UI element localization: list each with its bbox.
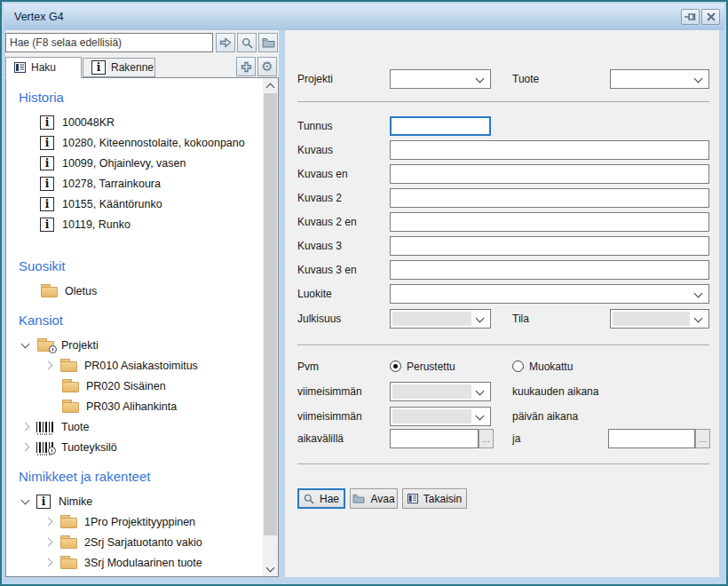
tab-haku-label: Haku: [31, 61, 56, 74]
chevron-down-icon[interactable]: [15, 493, 36, 511]
tree-item[interactable]: 10155, Kääntörunko: [6, 194, 264, 214]
panel-splitter[interactable]: [279, 30, 285, 577]
scroll-down-icon[interactable]: [263, 561, 278, 576]
tree-item[interactable]: Nimike: [6, 491, 264, 511]
tree-item[interactable]: 4Alv Alihankinta: [6, 573, 264, 577]
date-to-input[interactable]: [608, 429, 695, 448]
tila-select[interactable]: [610, 309, 709, 329]
go-button[interactable]: [216, 33, 235, 52]
tree-item[interactable]: Tuote: [6, 416, 264, 437]
luokite-select[interactable]: [390, 284, 709, 304]
pin-icon: [684, 12, 696, 22]
date-from-input[interactable]: [390, 429, 479, 448]
chevron-right-icon[interactable]: [38, 357, 59, 375]
navigation-tree-panel: Historia 100048KR 10280, Kiteennostolait…: [5, 77, 279, 577]
search-input[interactable]: [5, 33, 213, 52]
tree-item[interactable]: 10119, Runko: [6, 214, 264, 234]
add-button[interactable]: [236, 57, 256, 76]
julkisuus-select[interactable]: [390, 309, 491, 329]
tree-item-label[interactable]: Oletus: [65, 285, 97, 297]
scroll-up-icon[interactable]: [263, 78, 278, 93]
date-to-browse-button[interactable]: ...: [695, 429, 710, 448]
tree-scrollbar[interactable]: [263, 78, 278, 576]
tree-item[interactable]: 1Pro Projektityyppinen: [6, 511, 264, 532]
tree-item-label[interactable]: 10280, Kiteennostolaite, kokoonpano: [62, 137, 245, 149]
avaa-button[interactable]: Avaa: [350, 488, 398, 509]
tree-item[interactable]: PR010 Asiakastoimitus: [6, 355, 264, 376]
tree-item-label[interactable]: 10278, Tarrainkoura: [62, 178, 161, 190]
tree-item[interactable]: PR020 Sisäinen: [6, 376, 264, 396]
aikavalilla-label: aikavälillä: [297, 429, 344, 448]
tree-item-label[interactable]: 10155, Kääntörunko: [62, 198, 162, 210]
chevron-right-icon[interactable]: [38, 574, 59, 578]
projekti-label: Projekti: [297, 69, 333, 89]
tree-item-label[interactable]: 4Alv Alihankinta: [84, 577, 162, 578]
tree-item-label[interactable]: 100048KR: [62, 116, 115, 129]
tab-haku[interactable]: Haku: [5, 57, 82, 78]
tree-item[interactable]: 100048KR: [6, 112, 264, 132]
close-icon: [707, 12, 716, 21]
tunnus-input[interactable]: [390, 116, 491, 136]
kuvaus-en-label: Kuvaus en: [297, 164, 348, 184]
settings-button[interactable]: ⚙: [257, 57, 277, 76]
tree-item-label[interactable]: PR010 Asiakastoimitus: [84, 360, 198, 372]
tree-item-label[interactable]: Tuoteyksilö: [61, 441, 117, 454]
kuvaus2-en-input[interactable]: [390, 212, 709, 232]
tree-item-label[interactable]: 2Srj Sarjatuotanto vakio: [84, 536, 202, 549]
viimeisimman1-select[interactable]: [390, 382, 491, 401]
tree-item-label[interactable]: 3Srj Modulaarinen tuote: [84, 557, 202, 569]
tab-rakenne[interactable]: Rakenne: [83, 58, 155, 77]
hae-button[interactable]: Hae: [297, 488, 345, 509]
muokattu-label[interactable]: Muokattu: [529, 357, 573, 376]
tree-item-label[interactable]: 1Pro Projektityyppinen: [84, 516, 195, 528]
tree-item[interactable]: 3Srj Modulaarinen tuote: [6, 552, 264, 573]
title-bar[interactable]: Vertex G4: [4, 4, 724, 30]
takaisin-button[interactable]: Takaisin: [402, 488, 467, 509]
tree-item-label[interactable]: PR030 Alihankinta: [86, 400, 177, 413]
kuvaus-en-input[interactable]: [390, 164, 709, 184]
form-list-icon: [408, 494, 418, 503]
tree-item[interactable]: PR030 Alihankinta: [6, 396, 264, 416]
chevron-right-icon[interactable]: [15, 439, 36, 456]
kuvaus3-en-input[interactable]: [390, 260, 709, 280]
chevron-down-icon[interactable]: [15, 337, 36, 354]
tree-item[interactable]: 10280, Kiteennostolaite, kokoonpano: [6, 132, 264, 153]
tree-item-label[interactable]: Nimike: [59, 495, 92, 508]
kuukauden-aikana-label: kuukauden aikana: [512, 382, 598, 401]
tree-item[interactable]: Projekti: [6, 335, 264, 355]
tree-item-label[interactable]: Projekti: [61, 339, 99, 352]
open-folder-button[interactable]: [258, 33, 278, 52]
tree-item[interactable]: 10099, Ohjainlevy, vasen: [6, 153, 264, 173]
kuvaus3-input[interactable]: [390, 236, 709, 256]
kuvaus-label: Kuvaus: [297, 140, 333, 160]
chevron-right-icon[interactable]: [38, 513, 59, 531]
muokattu-radio[interactable]: [512, 360, 524, 372]
dock-pin-button[interactable]: [681, 9, 700, 25]
tree-item[interactable]: 10278, Tarrainkoura: [6, 173, 264, 194]
date-from-browse-button[interactable]: ...: [479, 429, 494, 448]
content-area: Haku Rakenne ⚙ Historia 100048KR 10280, …: [5, 30, 719, 577]
close-button[interactable]: [701, 9, 720, 25]
kuvaus-input[interactable]: [390, 140, 709, 160]
kuvaus2-en-label: Kuvaus 2 en: [297, 212, 357, 232]
tree-item[interactable]: Tuoteyksilö: [6, 437, 264, 457]
perustettu-label[interactable]: Perustettu: [407, 357, 455, 376]
chevron-right-icon[interactable]: [38, 554, 59, 572]
tree-item[interactable]: 2Srj Sarjatuotanto vakio: [6, 532, 264, 552]
info-icon: [40, 197, 54, 211]
viimeisimman2-select[interactable]: [390, 407, 491, 426]
tree-item[interactable]: Oletus: [6, 281, 264, 301]
search-button[interactable]: [237, 33, 257, 52]
chevron-right-icon[interactable]: [38, 534, 59, 551]
kuvaus2-input[interactable]: [390, 188, 709, 208]
tree-item-label[interactable]: Tuote: [61, 421, 90, 433]
chevron-right-icon[interactable]: [15, 418, 36, 436]
scrollbar-thumb[interactable]: [264, 93, 277, 535]
folder-icon: [262, 37, 275, 48]
tuote-select[interactable]: [610, 69, 709, 89]
tree-item-label[interactable]: PR020 Sisäinen: [86, 380, 166, 392]
perustettu-radio[interactable]: [390, 360, 401, 372]
projekti-select[interactable]: [390, 69, 491, 89]
tree-item-label[interactable]: 10099, Ohjainlevy, vasen: [62, 157, 186, 170]
tree-item-label[interactable]: 10119, Runko: [62, 218, 131, 231]
